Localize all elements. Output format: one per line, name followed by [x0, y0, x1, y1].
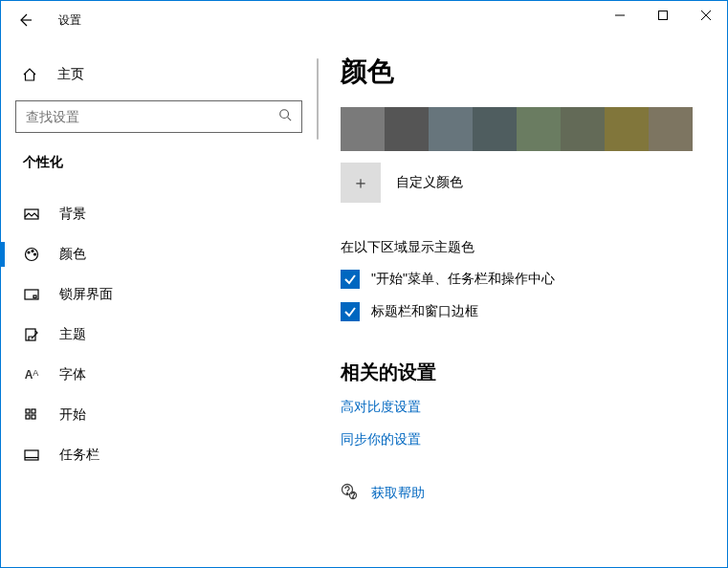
sidebar-item-label: 颜色: [59, 246, 86, 263]
color-swatch[interactable]: [517, 107, 561, 151]
svg-rect-15: [32, 409, 35, 413]
arrow-left-icon: [17, 12, 33, 28]
checkbox-label: "开始"菜单、任务栏和操作中心: [371, 271, 555, 288]
color-swatch[interactable]: [429, 107, 473, 151]
svg-point-21: [346, 492, 347, 493]
color-swatch[interactable]: [473, 107, 517, 151]
home-icon: [21, 67, 38, 82]
palette-icon: [23, 247, 40, 262]
window-title: 设置: [58, 12, 81, 29]
color-swatch[interactable]: [385, 107, 429, 151]
svg-rect-17: [32, 415, 35, 419]
color-swatch[interactable]: [561, 107, 605, 151]
svg-rect-13: [26, 329, 35, 340]
lockscreen-icon: [23, 287, 40, 302]
svg-rect-16: [26, 415, 30, 419]
sidebar-home-label: 主页: [57, 66, 84, 83]
maximize-button[interactable]: [641, 1, 684, 30]
svg-line-5: [288, 118, 292, 121]
sidebar-item-label: 背景: [59, 206, 86, 223]
window-controls: [598, 1, 727, 30]
svg-point-10: [34, 253, 36, 255]
link-sync-settings[interactable]: 同步你的设置: [341, 431, 703, 448]
svg-point-23: [353, 497, 354, 498]
taskbar-icon: [23, 448, 40, 463]
checkbox-icon[interactable]: [341, 302, 360, 321]
sidebar-item-label: 开始: [59, 406, 86, 424]
search-input[interactable]: [26, 109, 278, 124]
titlebar: 设置: [1, 1, 727, 39]
color-swatch[interactable]: [649, 107, 693, 151]
sidebar-item-fonts[interactable]: AA 字体: [15, 355, 302, 395]
main-content: 颜色 ＋ 自定义颜色 在以下区域显示主题色 "开始"菜单、任务栏和操作中心 标题…: [317, 39, 727, 567]
sidebar-item-label: 主题: [59, 326, 86, 343]
checkbox-start-taskbar[interactable]: "开始"菜单、任务栏和操作中心: [341, 270, 703, 289]
search-icon: [278, 108, 292, 125]
page-heading: 颜色: [341, 54, 703, 90]
svg-rect-1: [658, 11, 667, 20]
related-heading: 相关的设置: [341, 360, 703, 385]
svg-point-4: [280, 110, 289, 119]
sidebar-item-lockscreen[interactable]: 锁屏界面: [15, 274, 302, 315]
sidebar-item-label: 锁屏界面: [59, 286, 113, 303]
svg-rect-18: [25, 450, 38, 460]
svg-point-9: [32, 251, 33, 252]
checkbox-label: 标题栏和窗口边框: [371, 303, 478, 320]
plus-icon: ＋: [352, 171, 369, 194]
sidebar-item-taskbar[interactable]: 任务栏: [15, 435, 302, 475]
sidebar-category: 个性化: [23, 154, 302, 171]
custom-color-button[interactable]: ＋: [341, 163, 381, 203]
start-icon: [23, 407, 40, 423]
sidebar-home[interactable]: 主页: [15, 58, 302, 91]
sidebar: 主页 个性化 背景 颜色 锁: [1, 39, 317, 567]
color-swatch[interactable]: [341, 107, 385, 151]
color-swatch[interactable]: [605, 107, 649, 151]
sidebar-item-start[interactable]: 开始: [15, 395, 302, 435]
sidebar-item-background[interactable]: 背景: [15, 194, 302, 234]
search-input-container[interactable]: [15, 100, 302, 133]
svg-rect-14: [26, 409, 30, 413]
checkbox-icon[interactable]: [341, 270, 360, 289]
custom-color-row: ＋ 自定义颜色: [341, 163, 703, 203]
svg-rect-6: [25, 209, 38, 219]
help-icon: [341, 483, 358, 504]
link-get-help[interactable]: 获取帮助: [371, 485, 425, 502]
picture-icon: [23, 207, 40, 222]
sidebar-item-themes[interactable]: 主题: [15, 315, 302, 355]
svg-point-8: [28, 251, 30, 253]
custom-color-label: 自定义颜色: [396, 174, 463, 191]
accent-section-label: 在以下区域显示主题色: [341, 239, 703, 256]
scrollbar[interactable]: [712, 41, 725, 565]
back-button[interactable]: [11, 6, 39, 34]
sidebar-item-label: 任务栏: [59, 447, 99, 464]
svg-rect-12: [33, 295, 36, 298]
close-button[interactable]: [684, 1, 727, 30]
help-row: 获取帮助: [341, 483, 703, 504]
theme-icon: [23, 327, 40, 342]
sidebar-item-colors[interactable]: 颜色: [15, 234, 302, 274]
checkbox-titlebar-border[interactable]: 标题栏和窗口边框: [341, 302, 703, 321]
font-icon: AA: [23, 368, 40, 382]
sidebar-item-label: 字体: [59, 366, 86, 383]
link-high-contrast[interactable]: 高对比度设置: [341, 399, 703, 416]
color-swatches: [341, 107, 703, 151]
minimize-button[interactable]: [598, 1, 641, 30]
